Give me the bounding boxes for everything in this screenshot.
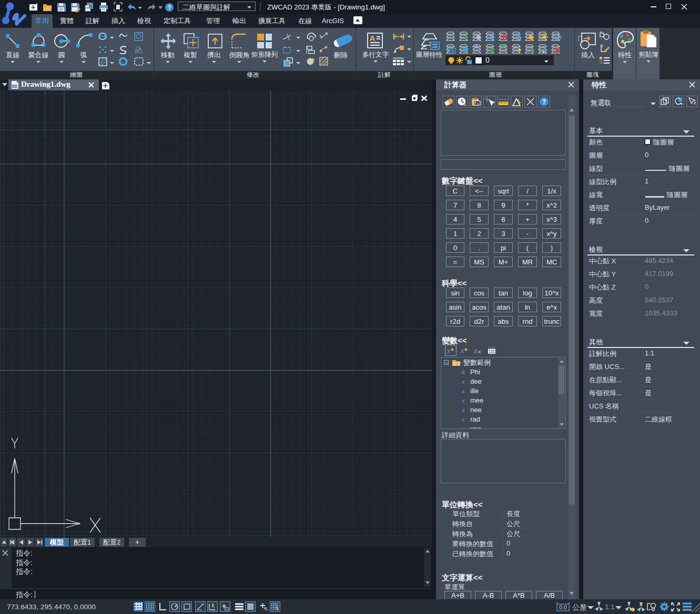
svg-text:x: x (461, 415, 465, 423)
svg-text:0.0: 0.0 (559, 604, 567, 610)
svg-text:?: ? (542, 98, 546, 106)
svg-text:x: x (460, 347, 464, 355)
svg-text:x: x (455, 361, 458, 366)
svg-text:x: x (461, 396, 465, 404)
svg-text:x: x (461, 377, 465, 385)
svg-text:x: x (473, 347, 478, 355)
svg-text:x: x (447, 347, 451, 355)
svg-text:x: x (461, 425, 465, 429)
svg-text:?: ? (168, 4, 171, 11)
svg-text:k: k (462, 368, 465, 376)
svg-text:x: x (461, 387, 465, 395)
svg-text:x: x (461, 406, 465, 414)
svg-text:DWG: DWG (11, 85, 18, 88)
